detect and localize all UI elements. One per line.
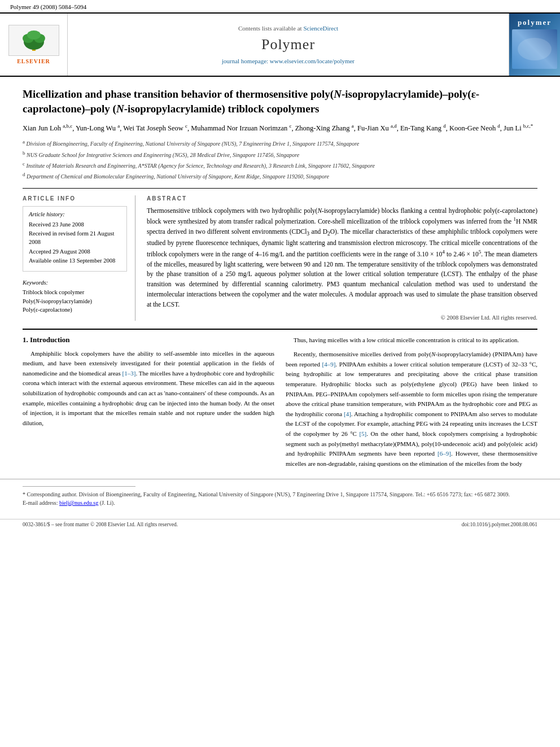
affiliation-c: c Institute of Materials Research and En… <box>23 160 537 170</box>
corresponding-note: * Corresponding author. Division of Bioe… <box>23 490 537 499</box>
sciencedirect-line: Contents lists available at ScienceDirec… <box>238 25 338 32</box>
ref-4[interactable]: [4] <box>344 410 351 417</box>
email-link[interactable]: bielj@nus.edu.sg <box>59 500 98 506</box>
keyword-2: Poly(N-isopropylacrylamide) <box>23 297 127 306</box>
journal-cover: polymer <box>509 14 560 76</box>
email-footnote: E-mail address: bielj@nus.edu.sg (J. Li)… <box>23 499 537 507</box>
corresponding-star: * Corresponding author. <box>23 491 78 497</box>
polymer-cover-art: polymer <box>509 14 560 76</box>
received-date: Received 23 June 2008 <box>29 221 121 229</box>
abstract-text: Thermosensitive triblock copolymers with… <box>147 206 537 310</box>
email-label: E-mail address: <box>23 500 58 506</box>
ref-6-9[interactable]: [6–9] <box>438 450 451 457</box>
keyword-1: Triblock block copolymer <box>23 288 127 297</box>
affiliations: a Division of Bioengineering, Faculty of… <box>23 138 537 181</box>
journal-header: Polymer 49 (2008) 5084–5094 <box>0 0 560 14</box>
ref-1-3[interactable]: [1–3] <box>123 370 136 377</box>
copyright-line: © 2008 Elsevier Ltd. All rights reserved… <box>147 314 537 321</box>
cover-title: polymer <box>518 18 552 27</box>
copyright-notice: 0032-3861/$ – see front matter © 2008 El… <box>23 522 178 527</box>
article-info-column: ARTICLE INFO Article history: Received 2… <box>23 195 135 321</box>
article-info-abstract-section: ARTICLE INFO Article history: Received 2… <box>23 188 537 321</box>
keywords-title: Keywords: <box>23 279 127 286</box>
intro-body-left: Amphiphilic block copolymers have the ab… <box>23 349 274 429</box>
svg-point-4 <box>27 30 41 40</box>
bottom-bar: 0032-3861/$ – see front matter © 2008 El… <box>0 519 560 530</box>
page: Polymer 49 (2008) 5084–5094 ELSEVIER Con… <box>0 0 560 747</box>
article-title: Micellization and phase transition behav… <box>23 87 537 116</box>
abstract-column: ABSTRACT Thermosensitive triblock copoly… <box>147 195 537 321</box>
contents-text: Contents lists available at <box>238 25 302 32</box>
cover-image <box>512 29 557 69</box>
intro-col-right: Thus, having micelles with a low critica… <box>286 335 537 474</box>
revised-date: Received in revised form 21 August 2008 <box>29 230 121 246</box>
elsevier-tree-icon <box>17 29 51 52</box>
keywords-section: Keywords: Triblock block copolymer Poly(… <box>23 279 127 314</box>
intro-col-left: 1. Introduction Amphiphilic block copoly… <box>23 335 274 474</box>
footer-divider <box>23 486 135 487</box>
ref-5[interactable]: [5] <box>359 430 366 437</box>
affiliation-a: a Division of Bioengineering, Faculty of… <box>23 138 537 148</box>
online-date: Available online 13 September 2008 <box>29 257 121 265</box>
affiliation-b: b NUS Graduate School for Integrative Sc… <box>23 150 537 159</box>
article-history-box: Article history: Received 23 June 2008 R… <box>23 206 127 272</box>
elsevier-logo-box <box>8 25 59 56</box>
elsevier-text: ELSEVIER <box>17 58 50 64</box>
affiliation-d: d Department of Chemical and Biomolecula… <box>23 171 537 181</box>
intro-heading: 1. Introduction <box>23 335 274 344</box>
authors-line: Xian Jun Loh a,b,c, Yun-Long Wu a, Wei T… <box>23 123 537 134</box>
introduction-section: 1. Introduction Amphiphilic block copoly… <box>23 329 537 474</box>
sciencedirect-link[interactable]: ScienceDirect <box>303 25 338 32</box>
history-title: Article history: <box>29 211 121 217</box>
accepted-date: Accepted 29 August 2008 <box>29 248 121 256</box>
corresponding-affiliation: Division of Bioengineering, Faculty of E… <box>78 491 510 497</box>
journal-title-banner: Polymer <box>261 36 315 53</box>
article-info-label: ARTICLE INFO <box>23 195 127 202</box>
email-name: (J. Li). <box>100 500 115 506</box>
page-footer: * Corresponding author. Division of Bioe… <box>0 479 560 513</box>
doi-text: doi:10.1016/j.polymer.2008.08.061 <box>462 522 537 527</box>
article-content: Micellization and phase transition behav… <box>0 77 560 473</box>
ref-4-9[interactable]: [4–9] <box>322 361 336 368</box>
intro-two-col: 1. Introduction Amphiphilic block copoly… <box>23 335 537 474</box>
intro-body-right: Thus, having micelles with a low critica… <box>286 335 537 469</box>
journal-homepage: journal homepage: www.elsevier.com/locat… <box>222 58 355 64</box>
abstract-label: ABSTRACT <box>147 195 537 202</box>
keyword-3: Poly(ε-caprolactone) <box>23 305 127 314</box>
journal-citation: Polymer 49 (2008) 5084–5094 <box>10 3 86 10</box>
elsevier-logo-area: ELSEVIER <box>0 14 68 76</box>
banner-center: Contents lists available at ScienceDirec… <box>68 14 509 76</box>
journal-banner: ELSEVIER Contents lists available at Sci… <box>0 14 560 77</box>
